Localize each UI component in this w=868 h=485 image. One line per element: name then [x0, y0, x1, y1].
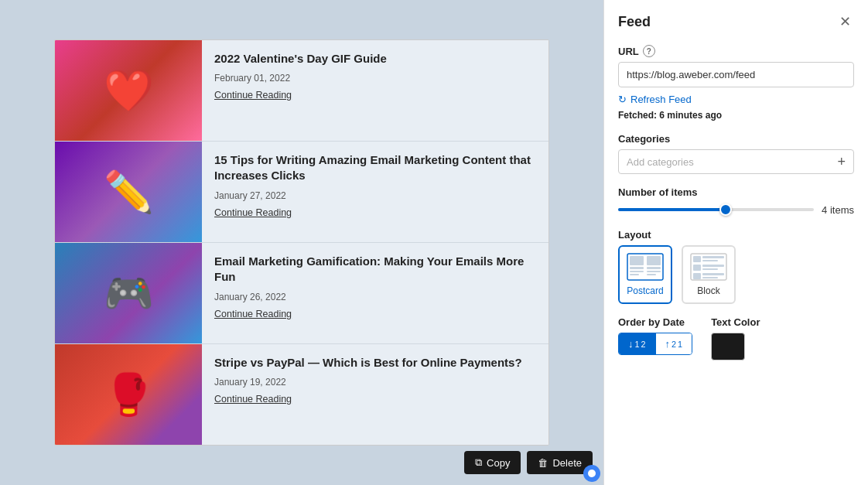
categories-input-wrapper[interactable]: Add categories +	[618, 149, 854, 174]
svg-rect-11	[693, 256, 701, 262]
order-label: Order by Date	[618, 316, 692, 328]
svg-rect-15	[702, 265, 724, 267]
copy-button[interactable]: ⧉ Copy	[464, 451, 521, 474]
svg-rect-3	[630, 267, 644, 269]
refresh-feed-button[interactable]: ↻ Refresh Feed	[618, 94, 854, 105]
svg-rect-13	[702, 260, 718, 261]
url-input[interactable]	[618, 62, 854, 87]
continue-reading-link[interactable]: Continue Reading	[214, 207, 536, 218]
continue-reading-link[interactable]: Continue Reading	[214, 90, 387, 101]
feed-item: ❤️2022 Valentine's Day GIF GuideFebruary…	[55, 40, 548, 142]
categories-placeholder: Add categories	[627, 156, 837, 168]
number-items-row: 4 items	[618, 203, 854, 217]
feed-item: ✏️15 Tips for Writing Amazing Email Mark…	[55, 142, 548, 243]
connector-dot	[583, 465, 600, 482]
text-color-section: Text Color	[711, 316, 760, 360]
copy-label: Copy	[487, 457, 510, 469]
right-panel: Feed ✕ URL ? ↻ Refresh Feed Fetched: 6 m…	[603, 0, 868, 485]
layout-block[interactable]: Block	[682, 245, 736, 304]
sort-asc-icon: ↓	[628, 338, 634, 350]
items-count: 4 items	[822, 204, 854, 216]
slider-track	[618, 208, 814, 211]
svg-rect-17	[693, 273, 701, 279]
svg-rect-7	[647, 267, 661, 269]
sort-buttons: ↓ 12 ↑ 21	[618, 333, 692, 355]
feed-preview-container: ❤️2022 Valentine's Day GIF GuideFebruary…	[0, 0, 603, 485]
feed-item-image-0: ❤️	[55, 40, 202, 141]
sort-desc-icon: ↑	[665, 338, 671, 350]
postcard-label: Postcard	[627, 285, 663, 296]
sort-asc-button[interactable]: ↓ 12	[619, 333, 655, 354]
feed-preview: ❤️2022 Valentine's Day GIF GuideFebruary…	[54, 39, 549, 446]
items-slider[interactable]	[618, 203, 814, 217]
feed-item-date: February 01, 2022	[214, 73, 387, 84]
feed-item-date: January 27, 2022	[214, 190, 536, 201]
order-section: Order by Date ↓ 12 ↑ 21	[618, 316, 692, 355]
preview-toolbar: ⧉ Copy 🗑 Delete	[464, 451, 593, 474]
delete-label: Delete	[552, 457, 582, 469]
feed-item-content-0: 2022 Valentine's Day GIF GuideFebruary 0…	[202, 40, 399, 141]
bottom-row: Order by Date ↓ 12 ↑ 21 Text Color	[618, 316, 854, 360]
feed-item-title: 15 Tips for Writing Amazing Email Market…	[214, 152, 536, 184]
svg-rect-6	[647, 256, 661, 265]
number-items-label: Number of items	[618, 186, 854, 198]
copy-icon: ⧉	[475, 456, 482, 469]
add-category-button[interactable]: +	[837, 155, 846, 169]
categories-label: Categories	[618, 133, 854, 145]
feed-item: 🥊Stripe vs PayPal — Which is Best for On…	[55, 344, 548, 445]
svg-point-0	[588, 470, 596, 477]
feed-item-date: January 26, 2022	[214, 292, 536, 302]
feed-item-image-3: 🥊	[55, 344, 202, 445]
close-button[interactable]: ✕	[836, 12, 854, 31]
slider-fill	[618, 208, 726, 211]
postcard-layout-icon	[627, 253, 664, 281]
delete-icon: 🗑	[538, 457, 548, 469]
text-color-swatch[interactable]	[711, 333, 745, 360]
sort-desc-button[interactable]: ↑ 21	[655, 333, 692, 354]
layout-postcard[interactable]: Postcard	[618, 245, 672, 304]
help-icon[interactable]: ?	[643, 45, 655, 57]
fetched-text: Fetched: 6 minutes ago	[618, 110, 854, 121]
feed-item-image-1: ✏️	[55, 142, 202, 242]
svg-rect-18	[702, 273, 724, 275]
url-label: URL ?	[618, 45, 854, 57]
svg-rect-19	[702, 277, 718, 278]
layout-label: Layout	[618, 229, 854, 241]
block-label: Block	[697, 285, 719, 296]
svg-rect-12	[702, 256, 724, 258]
refresh-icon: ↻	[618, 94, 627, 105]
refresh-label: Refresh Feed	[630, 94, 692, 105]
feed-item-title: Email Marketing Gamification: Making You…	[214, 254, 536, 285]
svg-rect-14	[693, 265, 701, 271]
panel-title: Feed	[618, 14, 651, 30]
fetched-value: 6 minutes ago	[659, 110, 722, 121]
slider-thumb[interactable]	[719, 203, 732, 216]
svg-rect-2	[630, 256, 644, 265]
feed-item-content-2: Email Marketing Gamification: Making You…	[202, 243, 548, 343]
feed-item-image-2: 🎮	[55, 243, 202, 343]
feed-item-title: Stripe vs PayPal — Which is Best for Onl…	[214, 355, 522, 371]
panel-header: Feed ✕	[618, 12, 854, 31]
feed-item-title: 2022 Valentine's Day GIF Guide	[214, 51, 387, 67]
feed-item-content-1: 15 Tips for Writing Amazing Email Market…	[202, 142, 548, 242]
svg-rect-4	[630, 271, 644, 272]
layout-options: Postcard Block	[618, 245, 854, 304]
continue-reading-link[interactable]: Continue Reading	[214, 394, 522, 405]
block-layout-icon	[690, 253, 727, 281]
feed-item-content-3: Stripe vs PayPal — Which is Best for Onl…	[202, 344, 535, 445]
svg-rect-8	[647, 271, 661, 272]
svg-rect-16	[702, 268, 718, 270]
continue-reading-link[interactable]: Continue Reading	[214, 309, 536, 319]
svg-rect-5	[630, 274, 639, 275]
feed-item-date: January 19, 2022	[214, 377, 522, 388]
svg-rect-9	[647, 274, 656, 275]
feed-item: 🎮Email Marketing Gamification: Making Yo…	[55, 243, 548, 344]
text-color-label: Text Color	[711, 316, 760, 328]
